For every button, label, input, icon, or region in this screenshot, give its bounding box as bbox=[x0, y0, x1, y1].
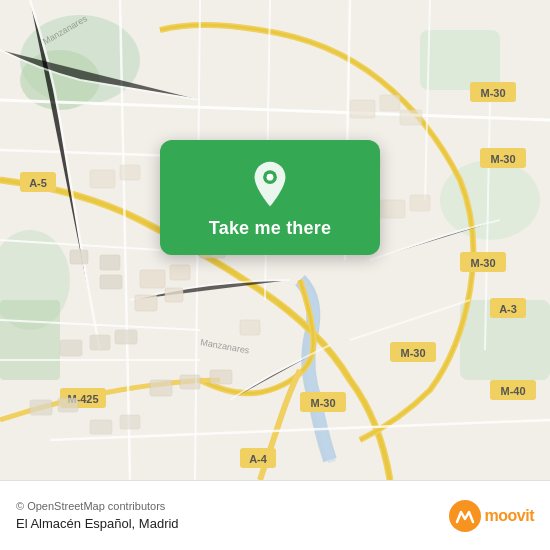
svg-rect-68 bbox=[58, 398, 78, 412]
svg-rect-52 bbox=[120, 165, 140, 180]
svg-rect-70 bbox=[120, 415, 140, 429]
svg-text:M-40: M-40 bbox=[500, 385, 525, 397]
attribution-text: © OpenStreetMap contributors bbox=[16, 500, 179, 512]
svg-rect-3 bbox=[420, 30, 500, 90]
location-text: El Almacén Español, Madrid bbox=[16, 516, 179, 531]
moovit-logo: moovit bbox=[449, 500, 534, 532]
location-pin-icon bbox=[246, 160, 294, 208]
take-me-there-label: Take me there bbox=[209, 218, 331, 239]
svg-rect-66 bbox=[410, 195, 430, 211]
svg-rect-60 bbox=[350, 100, 375, 118]
svg-rect-44 bbox=[135, 295, 157, 311]
svg-rect-54 bbox=[90, 335, 110, 350]
bottom-bar: © OpenStreetMap contributors El Almacén … bbox=[0, 480, 550, 550]
svg-rect-65 bbox=[380, 200, 405, 218]
svg-text:M-30: M-30 bbox=[490, 153, 515, 165]
moovit-logo-text: moovit bbox=[485, 507, 534, 525]
svg-rect-57 bbox=[150, 380, 172, 396]
svg-text:A-4: A-4 bbox=[249, 453, 268, 465]
svg-point-72 bbox=[267, 174, 274, 181]
svg-rect-43 bbox=[170, 265, 190, 280]
moovit-logo-svg bbox=[449, 500, 481, 532]
svg-rect-59 bbox=[210, 370, 232, 384]
svg-rect-67 bbox=[30, 400, 52, 415]
svg-rect-56 bbox=[240, 320, 260, 335]
svg-rect-61 bbox=[380, 95, 400, 111]
svg-rect-47 bbox=[100, 275, 122, 289]
svg-rect-55 bbox=[115, 330, 137, 344]
svg-text:M-30: M-30 bbox=[480, 87, 505, 99]
bottom-bar-left: © OpenStreetMap contributors El Almacén … bbox=[16, 500, 179, 531]
svg-rect-53 bbox=[60, 340, 82, 356]
svg-rect-42 bbox=[140, 270, 165, 288]
svg-text:M-30: M-30 bbox=[310, 397, 335, 409]
svg-rect-62 bbox=[400, 110, 422, 125]
svg-rect-46 bbox=[100, 255, 120, 270]
svg-rect-51 bbox=[90, 170, 115, 188]
svg-rect-58 bbox=[180, 375, 200, 389]
svg-text:A-3: A-3 bbox=[499, 303, 517, 315]
svg-text:A-5: A-5 bbox=[29, 177, 47, 189]
take-me-there-card[interactable]: Take me there bbox=[160, 140, 380, 255]
svg-rect-45 bbox=[165, 288, 183, 302]
svg-text:M-30: M-30 bbox=[470, 257, 495, 269]
svg-rect-6 bbox=[0, 300, 60, 380]
svg-text:M-30: M-30 bbox=[400, 347, 425, 359]
map-area: M-30 M-30 M-30 M-30 M-30 A-5 M-425 A-3 A… bbox=[0, 0, 550, 480]
svg-rect-69 bbox=[90, 420, 112, 434]
svg-rect-48 bbox=[70, 250, 88, 264]
svg-point-73 bbox=[449, 500, 481, 532]
